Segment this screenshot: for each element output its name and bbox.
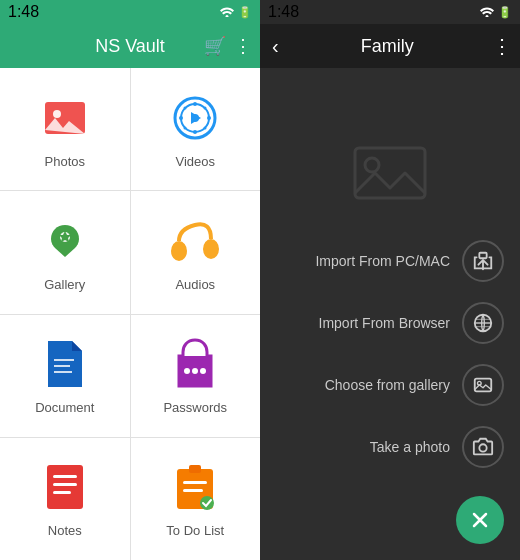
audios-svg	[169, 221, 221, 261]
import-pc-button[interactable]	[462, 240, 504, 282]
app-title: NS Vault	[95, 36, 165, 57]
menu-dots-icon[interactable]: ⋮	[234, 35, 252, 57]
grid-item-gallery[interactable]: Gallery	[0, 191, 130, 313]
close-fab-button[interactable]	[456, 496, 504, 544]
import-pc-row: Import From PC/MAC	[276, 232, 504, 290]
grid-item-notes[interactable]: Notes	[0, 438, 130, 560]
camera-row: Take a photo	[276, 418, 504, 476]
import-browser-label: Import From Browser	[276, 315, 450, 331]
svg-point-11	[204, 106, 207, 109]
left-status-bar: 1:48 🔋	[0, 0, 260, 24]
wifi-icon-left	[220, 7, 234, 17]
notes-icon	[37, 459, 93, 515]
gallery-label: Gallery	[44, 277, 85, 292]
svg-point-12	[184, 106, 187, 109]
svg-rect-26	[53, 475, 77, 478]
right-title: Family	[291, 36, 484, 57]
grid-item-todo[interactable]: To Do List	[131, 438, 261, 560]
right-time: 1:48	[268, 3, 299, 21]
left-time: 1:48	[8, 3, 39, 21]
svg-point-40	[479, 444, 486, 451]
audios-icon	[167, 213, 223, 269]
grid-item-passwords[interactable]: Passwords	[131, 315, 261, 437]
svg-rect-28	[53, 491, 71, 494]
todo-icon	[167, 459, 223, 515]
svg-point-9	[179, 116, 183, 120]
gallery-svg	[41, 217, 89, 265]
videos-svg	[171, 94, 219, 142]
svg-point-35	[365, 158, 379, 172]
import-browser-row: Import From Browser	[276, 294, 504, 352]
audios-label: Audios	[175, 277, 215, 292]
gallery-label-action: Choose from gallery	[276, 377, 450, 393]
import-browser-icon	[472, 312, 494, 334]
choose-gallery-button[interactable]	[462, 364, 504, 406]
passwords-label: Passwords	[163, 400, 227, 415]
grid-item-audios[interactable]: Audios	[131, 191, 261, 313]
document-svg	[44, 339, 86, 389]
import-pc-icon	[472, 250, 494, 272]
svg-rect-19	[54, 365, 70, 367]
svg-point-24	[200, 368, 206, 374]
videos-label: Videos	[175, 154, 215, 169]
gallery-action-icon	[472, 374, 494, 396]
svg-point-22	[184, 368, 190, 374]
svg-rect-36	[479, 253, 486, 259]
svg-point-17	[203, 239, 219, 259]
left-header: NS Vault 🛒 ⋮	[0, 24, 260, 68]
more-options-icon[interactable]: ⋮	[492, 34, 512, 58]
right-content: Import From PC/MAC Import From Browser	[260, 68, 520, 560]
grid-item-videos[interactable]: Videos	[131, 68, 261, 190]
svg-point-1	[486, 15, 489, 17]
right-header: ‹ Family ⋮	[260, 24, 520, 68]
left-panel: NS Vault 🛒 ⋮ Photos	[0, 24, 260, 560]
wifi-icon-right	[480, 7, 494, 17]
notes-svg	[43, 461, 87, 513]
right-panel: ‹ Family ⋮ Import From PC/MAC	[260, 24, 520, 560]
svg-point-0	[226, 15, 229, 17]
gallery-icon	[37, 213, 93, 269]
svg-point-3	[53, 110, 61, 118]
svg-point-10	[207, 116, 211, 120]
document-icon	[37, 336, 93, 392]
battery-left: 🔋	[238, 6, 252, 19]
notes-label: Notes	[48, 523, 82, 538]
right-status-bar: 1:48 🔋	[260, 0, 520, 24]
close-icon	[468, 508, 492, 532]
passwords-svg	[173, 338, 217, 390]
take-photo-button[interactable]	[462, 426, 504, 468]
videos-icon	[167, 90, 223, 146]
svg-point-16	[171, 241, 187, 261]
svg-rect-34	[355, 148, 425, 198]
photos-svg	[41, 94, 89, 142]
import-pc-label: Import From PC/MAC	[276, 253, 450, 269]
svg-rect-27	[53, 483, 77, 486]
svg-point-7	[193, 102, 197, 106]
grid-item-photos[interactable]: Photos	[0, 68, 130, 190]
svg-rect-38	[475, 379, 492, 392]
grid-item-document[interactable]: Document	[0, 315, 130, 437]
import-browser-button[interactable]	[462, 302, 504, 344]
todo-svg	[173, 461, 217, 513]
photos-label: Photos	[45, 154, 85, 169]
svg-point-14	[184, 126, 187, 129]
camera-icon	[472, 436, 494, 458]
take-photo-label: Take a photo	[276, 439, 450, 455]
placeholder-image	[350, 138, 430, 212]
svg-point-13	[204, 126, 207, 129]
svg-rect-18	[54, 359, 74, 361]
photos-icon	[37, 90, 93, 146]
svg-rect-32	[183, 489, 203, 492]
gallery-row: Choose from gallery	[276, 356, 504, 414]
svg-rect-30	[189, 465, 201, 473]
placeholder-svg	[350, 138, 430, 208]
passwords-icon	[167, 336, 223, 392]
svg-point-23	[192, 368, 198, 374]
svg-rect-25	[47, 465, 83, 509]
back-button[interactable]: ‹	[268, 31, 283, 62]
todo-label: To Do List	[166, 523, 224, 538]
grid-container: Photos	[0, 68, 260, 560]
svg-rect-31	[183, 481, 207, 484]
svg-point-8	[193, 130, 197, 134]
cart-icon[interactable]: 🛒	[204, 35, 226, 57]
